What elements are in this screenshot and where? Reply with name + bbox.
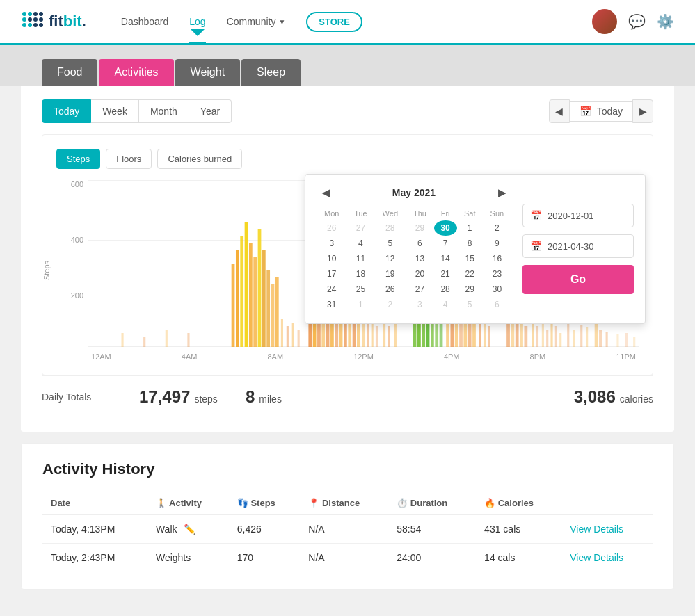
- cal-day-today[interactable]: 30: [434, 220, 457, 236]
- view-details-link[interactable]: View Details: [570, 552, 623, 563]
- nav-log[interactable]: Log: [189, 1, 205, 44]
- cal-day[interactable]: 16: [483, 251, 511, 266]
- cal-day[interactable]: 5: [374, 236, 406, 251]
- calendar-prev-btn[interactable]: ◀: [317, 186, 335, 200]
- cal-day[interactable]: 1: [347, 297, 375, 312]
- cal-day[interactable]: 10: [317, 251, 347, 266]
- cal-day[interactable]: 20: [406, 266, 433, 282]
- cal-day-tue: Tue: [347, 206, 375, 220]
- nav-community-wrapper[interactable]: Community ▼: [227, 16, 286, 27]
- nav-store[interactable]: STORE: [306, 12, 362, 32]
- svg-rect-14: [240, 236, 243, 347]
- cal-day[interactable]: 9: [483, 236, 511, 251]
- cal-day[interactable]: 2: [374, 297, 406, 312]
- x-label-8pm: 8PM: [530, 352, 546, 361]
- row-date: Today, 2:43PM: [42, 544, 147, 572]
- svg-rect-87: [625, 333, 628, 347]
- x-label-12am: 12AM: [91, 352, 111, 361]
- cal-day[interactable]: 5: [457, 297, 483, 312]
- cal-day[interactable]: 24: [317, 282, 347, 297]
- cal-day[interactable]: 11: [347, 251, 375, 266]
- cal-day[interactable]: 21: [434, 266, 457, 282]
- date-next-btn[interactable]: ▶: [632, 99, 653, 123]
- svg-rect-63: [298, 330, 300, 347]
- cal-day[interactable]: 4: [347, 236, 375, 251]
- row-activity: Weights: [147, 544, 229, 572]
- cal-day[interactable]: 30: [483, 282, 511, 297]
- cal-day[interactable]: 8: [457, 236, 483, 251]
- period-today[interactable]: Today: [42, 99, 91, 123]
- period-year[interactable]: Year: [189, 99, 232, 123]
- x-axis: 12AM 4AM 8AM 12PM 4PM 8PM 11PM: [88, 352, 639, 361]
- period-week[interactable]: Week: [91, 99, 139, 123]
- chart-tab-floors[interactable]: Floors: [106, 149, 152, 169]
- date-to-field[interactable]: 📅 2021-04-30: [522, 234, 634, 258]
- steps-total: 17,497 steps: [139, 387, 218, 407]
- edit-pencil-icon[interactable]: ✏️: [184, 524, 195, 535]
- cal-day[interactable]: 7: [434, 236, 457, 251]
- row-link[interactable]: View Details: [561, 544, 653, 572]
- row-link[interactable]: View Details: [561, 514, 653, 544]
- cal-day[interactable]: 23: [483, 266, 511, 282]
- y-label-200: 200: [71, 291, 83, 300]
- cal-day[interactable]: 18: [347, 266, 375, 282]
- cal-day[interactable]: 6: [483, 297, 511, 312]
- row-duration: 58:54: [388, 514, 476, 544]
- row-steps: 170: [229, 544, 301, 572]
- period-month[interactable]: Month: [139, 99, 189, 123]
- cal-day[interactable]: 28: [374, 220, 406, 236]
- calendar-grid: Mon Tue Wed Thu Fri Sat Sun 26 27: [317, 206, 511, 312]
- nav-community[interactable]: Community: [227, 16, 276, 27]
- chart-tab-calories[interactable]: Calories burned: [157, 149, 242, 169]
- cal-day[interactable]: 13: [406, 251, 433, 266]
- cal-day[interactable]: 14: [434, 251, 457, 266]
- cal-day[interactable]: 3: [406, 297, 433, 312]
- period-row: Today Week Month Year ◀ 📅 Today ▶: [42, 99, 653, 123]
- nav-dashboard[interactable]: Dashboard: [121, 1, 169, 44]
- miles-value: 8: [246, 387, 255, 407]
- cal-day[interactable]: 12: [374, 251, 406, 266]
- x-label-8am: 8AM: [267, 352, 283, 361]
- logo[interactable]: fitbit.: [21, 10, 86, 33]
- cal-day[interactable]: 3: [317, 236, 347, 251]
- cal-day-thu: Thu: [406, 206, 433, 220]
- cal-day[interactable]: 1: [457, 220, 483, 236]
- calendar-section: ◀ May 2021 ▶ Mon Tue Wed Thu Fri Sat Sun: [317, 186, 511, 312]
- calendar-next-btn[interactable]: ▶: [493, 186, 511, 200]
- tab-activities[interactable]: Activities: [99, 59, 173, 86]
- go-button[interactable]: Go: [522, 265, 634, 294]
- steps-unit: steps: [194, 394, 217, 405]
- cal-day[interactable]: 26: [374, 282, 406, 297]
- cal-day[interactable]: 28: [434, 282, 457, 297]
- cal-day[interactable]: 15: [457, 251, 483, 266]
- date-from-field[interactable]: 📅 2020-12-01: [522, 204, 634, 227]
- nav-arrow-indicator: [191, 29, 205, 36]
- cal-day[interactable]: 26: [317, 220, 347, 236]
- cal-day[interactable]: 2: [483, 220, 511, 236]
- view-details-link[interactable]: View Details: [570, 524, 623, 535]
- cal-day[interactable]: 27: [406, 282, 433, 297]
- cal-day[interactable]: 27: [347, 220, 375, 236]
- cal-day[interactable]: 22: [457, 266, 483, 282]
- tab-weight[interactable]: Weight: [175, 59, 241, 86]
- cal-day[interactable]: 4: [434, 297, 457, 312]
- cal-day[interactable]: 29: [457, 282, 483, 297]
- cal-day[interactable]: 31: [317, 297, 347, 312]
- cal-day[interactable]: 29: [406, 220, 433, 236]
- cal-day[interactable]: 17: [317, 266, 347, 282]
- avatar[interactable]: [592, 9, 617, 34]
- chart-tabs: Steps Floors Calories burned: [56, 149, 639, 169]
- svg-rect-79: [555, 326, 557, 347]
- messages-icon[interactable]: 💬: [628, 13, 646, 30]
- chart-tab-steps[interactable]: Steps: [56, 149, 100, 169]
- svg-rect-59: [187, 333, 189, 347]
- cal-day[interactable]: 25: [347, 282, 375, 297]
- cal-day[interactable]: 19: [374, 266, 406, 282]
- tab-food[interactable]: Food: [42, 59, 97, 86]
- tab-sleep[interactable]: Sleep: [241, 59, 301, 86]
- date-navigator: ◀ 📅 Today ▶: [549, 99, 653, 123]
- date-display[interactable]: 📅 Today: [570, 101, 632, 122]
- cal-day[interactable]: 6: [406, 236, 433, 251]
- settings-icon[interactable]: ⚙️: [657, 13, 674, 30]
- date-prev-btn[interactable]: ◀: [549, 99, 570, 123]
